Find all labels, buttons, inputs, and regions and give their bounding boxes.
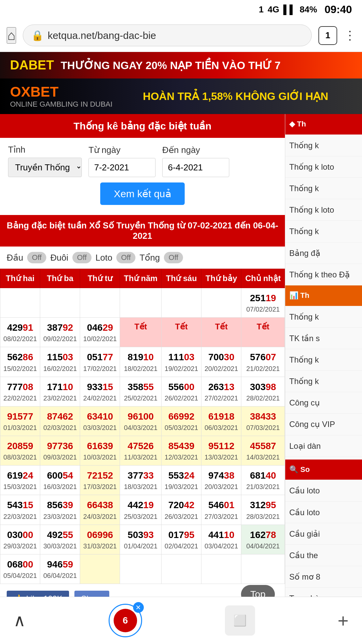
lock-icon: 🔒 [31, 30, 44, 41]
home-button[interactable]: ⌂ [7, 27, 16, 44]
table-cell: 7204226/03/2021 [162, 495, 201, 525]
sidebar-item-17[interactable]: Cầu giải [285, 523, 362, 545]
sidebar-item-10[interactable]: Thống k [285, 349, 362, 371]
table-cell: 6005416/03/2021 [40, 466, 80, 495]
bottom-nav: ∧ ✕ 6 ⬜ + [0, 597, 362, 644]
sidebar-item-2[interactable]: Thống k loto [285, 156, 362, 178]
sidebar-item-5[interactable]: Thống k [285, 221, 362, 242]
table-cell: 0179502/04/2021 [162, 525, 201, 554]
column-header: Thứ năm [120, 269, 162, 288]
sidebar-item-18[interactable]: Cầu the [285, 545, 362, 566]
table-cell: 4752611/03/2021 [120, 436, 162, 465]
table-cell: 3843307/03/2021 [241, 406, 285, 436]
menu-dots-icon[interactable]: ⋮ [344, 29, 355, 43]
browser-chrome: ⌂ 🔒 ketqua.net/bang-dac-bie 1 ⋮ [0, 19, 362, 52]
sidebar-item-11[interactable]: Thống k [285, 371, 362, 392]
duoi-label: Đuôi [50, 253, 68, 263]
table-cell: 2631327/02/2021 [201, 377, 241, 406]
table-cell [80, 288, 120, 318]
table-cell: 0462910/02/2021 [80, 318, 120, 347]
table-cell: 4558714/03/2021 [241, 436, 285, 465]
sidebar-item-15[interactable]: Cầu loto [285, 480, 362, 501]
banner-oxbet[interactable]: OXBET ONLINE GAMBLING IN DUBAI HOÀN TRẢ … [0, 78, 362, 114]
filter-form: Tỉnh Truyền Thống Từ ngày Đến ngày Xem k… [0, 138, 285, 215]
back-button[interactable]: ∧ [13, 611, 26, 630]
dau-toggle[interactable]: Off [27, 252, 46, 263]
page-title: Thống kê bảng đặc biệt tuần [0, 114, 285, 138]
table-cell [0, 288, 40, 318]
sidebar-item-4[interactable]: Thống k loto [285, 199, 362, 221]
network-icon: 4G [268, 4, 280, 15]
sidebar-header-3-text: So [300, 465, 310, 475]
oxbet-sub: ONLINE GAMBLING IN DUBAI [10, 100, 113, 109]
table-cell: Tết [201, 318, 241, 347]
sidebar-item-16[interactable]: Cầu loto [285, 502, 362, 523]
tinh-select[interactable]: Truyền Thống [8, 158, 82, 177]
table-cell [241, 554, 285, 584]
table-cell [201, 554, 241, 584]
search-icon: 🔍 [289, 465, 298, 475]
table-cell: 7770822/02/2021 [0, 377, 40, 406]
tab-count-icon: 1 [259, 4, 263, 15]
table-cell: 6814021/03/2021 [241, 466, 285, 495]
sidebar-item-6[interactable]: Bảng đặ [285, 243, 362, 264]
table-cell: 9157701/03/2021 [0, 406, 40, 436]
table-cell: 6643824/03/2021 [80, 495, 120, 525]
address-bar[interactable]: 🔒 ketqua.net/bang-dac-bie [23, 24, 312, 46]
table-cell: 1150316/02/2021 [40, 347, 80, 377]
table-cell: 0680005/04/2021 [0, 554, 40, 584]
oxbet-brand: OXBET [10, 84, 113, 100]
sidebar-item-12[interactable]: Công cụ [285, 392, 362, 414]
den-ngay-input[interactable] [162, 158, 229, 177]
table-header: Bảng đặc biệt tuần Xổ Số Truyền Thống từ… [0, 215, 285, 247]
tinh-label: Tỉnh [8, 145, 82, 155]
table-cell: 3585525/02/2021 [120, 377, 162, 406]
banner-dabet[interactable]: DABET THƯỞNG NGAY 20% NẠP TIỀN VÀO THỨ 7 [0, 52, 362, 78]
table-cell [120, 554, 162, 584]
table-cell: 6163910/03/2021 [80, 436, 120, 465]
sidebar-item-19[interactable]: Số mơ 8 [285, 566, 362, 588]
sidebar-item-7[interactable]: Thống k theo Đặ [285, 264, 362, 285]
dabet-brand: DABET [10, 58, 54, 72]
table-cell: 9610004/03/2021 [120, 406, 162, 436]
sidebar-item-3[interactable]: Thống k [285, 178, 362, 199]
fab-icon[interactable]: ✕ 6 [109, 604, 142, 637]
table-cell: 5560026/02/2021 [162, 377, 201, 406]
tong-toggle[interactable]: Off [164, 252, 183, 263]
loto-toggle[interactable]: Off [116, 252, 135, 263]
table-cell: 8543912/03/2021 [162, 436, 201, 465]
second-fab[interactable]: ⬜ [225, 605, 255, 636]
battery-icon: 84% [300, 4, 317, 15]
dabet-promo: THƯỞNG NGAY 20% NẠP TIỀN VÀO THỨ 7 [61, 59, 281, 72]
chart-icon: 📊 [289, 291, 298, 301]
sidebar-header-2-text: Th [300, 291, 309, 301]
search-button[interactable]: Xem kết quả [100, 182, 184, 205]
sidebar-item-8[interactable]: Thống k [285, 306, 362, 328]
add-button[interactable]: + [338, 610, 349, 632]
table-cell: 8563923/03/2021 [40, 495, 80, 525]
duoi-toggle[interactable]: Off [72, 252, 92, 263]
table-cell: 3039828/02/2021 [241, 377, 285, 406]
table-cell: 6699205/03/2021 [162, 406, 201, 436]
table-cell: 4411003/04/2021 [201, 525, 241, 554]
tab-button[interactable]: 1 [318, 26, 337, 45]
table-cell: 7003020/02/2021 [201, 347, 241, 377]
table-cell: 3773318/03/2021 [120, 466, 162, 495]
sidebar-header-1: ◆ Th [285, 114, 362, 135]
sidebar-item-1[interactable]: Thống k [285, 135, 362, 156]
sidebar-item-9[interactable]: TK tần s [285, 328, 362, 349]
table-cell: 4421925/03/2021 [120, 495, 162, 525]
table-cell: 4925530/03/2021 [40, 525, 80, 554]
table-cell: 5760721/02/2021 [241, 347, 285, 377]
status-bar: 1 4G ▌▌ 84% 09:40 [0, 0, 362, 19]
diamond-icon: ◆ [289, 119, 295, 129]
table-cell: 8191018/02/2021 [120, 347, 162, 377]
den-ngay-label: Đến ngày [162, 145, 229, 155]
table-cell: 8746202/03/2021 [40, 406, 80, 436]
table-cell: 0699631/03/2021 [80, 525, 120, 554]
column-header: Thứ tư [80, 269, 120, 288]
tu-ngay-input[interactable] [88, 158, 156, 177]
sidebar-item-14[interactable]: Loại dàn [285, 435, 362, 457]
sidebar-item-13[interactable]: Công cụ VIP [285, 414, 362, 435]
table-cell [120, 288, 162, 318]
